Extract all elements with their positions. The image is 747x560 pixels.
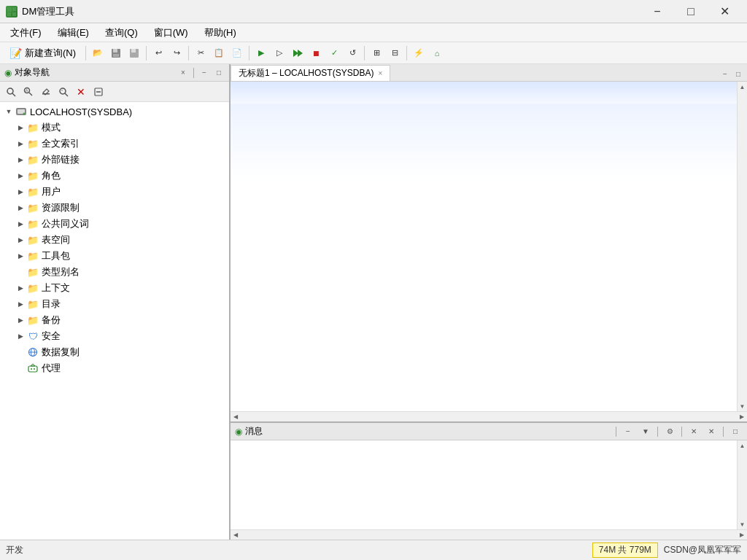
message-scrollbar-bottom[interactable]: ◀ ▶: [231, 529, 747, 540]
tree-item-tablespace[interactable]: ▶ 📁 表空间: [0, 232, 229, 248]
tree-item-catalog[interactable]: ▶ 📁 目录: [0, 296, 229, 312]
tree-item-backup[interactable]: ▶ 📁 备份: [0, 312, 229, 328]
nav-search-btn1[interactable]: [3, 84, 19, 100]
msg-btn4[interactable]: □: [728, 425, 743, 438]
root-chevron[interactable]: ▼: [3, 106, 15, 117]
menu-help[interactable]: 帮助(H): [197, 25, 244, 41]
roles-chevron[interactable]: ▶: [15, 170, 26, 182]
tree-item-resources[interactable]: ▶ 📁 资源限制: [0, 200, 229, 216]
toolbar-run-part[interactable]: ▷: [271, 44, 288, 62]
tree-item-fulltext[interactable]: ▶ 📁 全文索引: [0, 136, 229, 152]
close-button[interactable]: ✕: [708, 0, 741, 23]
maximize-button[interactable]: □: [674, 0, 708, 23]
editor-scrollbar-right[interactable]: ▲ ▼: [737, 82, 747, 411]
svg-rect-6: [113, 54, 119, 57]
message-scrollbar-right[interactable]: ▲ ▼: [737, 440, 747, 529]
tree-item-datarep[interactable]: ▶ 数据复制: [0, 344, 229, 360]
modes-chevron[interactable]: ▶: [15, 122, 26, 133]
tree-item-security[interactable]: ▶ 🛡 安全: [0, 328, 229, 344]
backup-chevron[interactable]: ▶: [15, 314, 26, 326]
external-chevron[interactable]: ▶: [15, 154, 26, 166]
minimize-button[interactable]: −: [640, 0, 674, 23]
msg-minimize-btn[interactable]: −: [621, 425, 635, 438]
msg-btn2[interactable]: ✕: [686, 425, 701, 438]
fulltext-chevron[interactable]: ▶: [15, 138, 26, 149]
editor-scroll-right[interactable]: ▶: [737, 412, 747, 422]
editor-scroll-down[interactable]: ▼: [738, 401, 748, 411]
nav-panel-close[interactable]: ×: [177, 67, 189, 79]
msg-btn1[interactable]: ⚙: [662, 425, 677, 438]
security-chevron[interactable]: ▶: [15, 330, 26, 342]
nav-collapse-btn[interactable]: [90, 84, 107, 100]
msg-btn3[interactable]: ✕: [704, 425, 719, 438]
context-chevron[interactable]: ▶: [15, 282, 26, 294]
toolbar-saveas[interactable]: [125, 44, 143, 62]
nav-find-btn[interactable]: *: [55, 84, 71, 100]
toolbar-save[interactable]: [107, 44, 125, 62]
menu-edit[interactable]: 编辑(E): [50, 25, 96, 41]
toolbar-run[interactable]: ▶: [252, 44, 270, 62]
toolbar-runall[interactable]: [289, 44, 306, 62]
tree-item-modes[interactable]: ▶ 📁 模式: [0, 120, 229, 136]
tree-item-users[interactable]: ▶ 📁 用户: [0, 184, 229, 200]
editor-content[interactable]: ▲ ▼: [231, 82, 747, 411]
toolbar-grid2[interactable]: ⊟: [386, 44, 403, 62]
toolbar-grid1[interactable]: ⊞: [368, 44, 385, 62]
menu-query[interactable]: 查询(Q): [98, 25, 145, 41]
editor-scroll-left[interactable]: ◀: [231, 412, 241, 422]
toolbar-stop[interactable]: ⏹: [307, 44, 325, 62]
catalog-chevron[interactable]: ▶: [15, 298, 26, 310]
packages-chevron[interactable]: ▶: [15, 250, 26, 262]
tree-item-roles[interactable]: ▶ 📁 角色: [0, 168, 229, 184]
toolbar-open[interactable]: 📂: [89, 44, 107, 62]
editor-scroll-up[interactable]: ▲: [738, 82, 748, 92]
nav-search-btn2[interactable]: A: [20, 84, 36, 100]
tablespace-chevron[interactable]: ▶: [15, 234, 26, 246]
tree-item-typealias[interactable]: ▶ 📁 类型别名: [0, 264, 229, 280]
menu-file[interactable]: 文件(F): [3, 25, 49, 41]
msg-scroll-up[interactable]: ▲: [738, 440, 748, 451]
msg-scroll-left[interactable]: ◀: [231, 530, 241, 540]
nav-maximize-button[interactable]: □: [213, 67, 225, 79]
message-panel-icon: ◉: [235, 427, 242, 437]
msg-scroll-right[interactable]: ▶: [737, 530, 747, 540]
svg-rect-1: [12, 7, 16, 11]
editor-tab-1-close[interactable]: ×: [378, 69, 382, 77]
toolbar-rollback[interactable]: ↺: [344, 44, 361, 62]
msg-dropdown-btn[interactable]: ▼: [638, 425, 653, 438]
tree-item-external[interactable]: ▶ 📁 外部链接: [0, 152, 229, 168]
toolbar-check[interactable]: ✓: [325, 44, 343, 62]
synonyms-chevron[interactable]: ▶: [15, 218, 26, 230]
editor-scrollbar-bottom[interactable]: ◀ ▶: [231, 411, 747, 421]
menu-window[interactable]: 窗口(W): [147, 25, 196, 41]
svg-marker-30: [31, 364, 35, 366]
toolbar-undo[interactable]: ↩: [150, 44, 167, 62]
new-query-button[interactable]: 📝 新建查询(N): [3, 44, 82, 62]
toolbar-special1[interactable]: ⚡: [410, 44, 427, 62]
msg-scroll-down[interactable]: ▼: [738, 519, 748, 529]
tree-item-agent[interactable]: ▶ 代理: [0, 360, 229, 376]
editor-tab-1[interactable]: 无标题1 – LOCALHOST(SYSDBA) ×: [231, 65, 390, 81]
toolbar-home[interactable]: ⌂: [428, 44, 446, 62]
nav-edit-btn[interactable]: [38, 84, 54, 100]
right-panel: 无标题1 – LOCALHOST(SYSDBA) × − □ ▲ ▼: [231, 64, 747, 540]
toolbar-copy[interactable]: 📋: [210, 44, 228, 62]
roles-folder-icon: 📁: [26, 170, 39, 182]
toolbar-cut[interactable]: ✂: [192, 44, 209, 62]
toolbar-redo[interactable]: ↪: [168, 44, 185, 62]
users-chevron[interactable]: ▶: [15, 186, 26, 198]
resources-chevron[interactable]: ▶: [15, 202, 26, 214]
tree-item-synonyms[interactable]: ▶ 📁 公共同义词: [0, 216, 229, 232]
nav-minimize-button[interactable]: −: [198, 67, 210, 79]
message-content[interactable]: ▲ ▼: [231, 440, 747, 529]
tree-label-tablespace: 表空间: [42, 233, 70, 246]
toolbar-paste[interactable]: 📄: [228, 44, 246, 62]
nav-expand-btn[interactable]: ✕: [73, 84, 89, 100]
editor-minimize-btn[interactable]: −: [719, 68, 731, 79]
app-title: DM管理工具: [22, 5, 74, 18]
tree-root[interactable]: ▼ LOCALHOST(SYSDBA): [0, 104, 229, 120]
status-bar: 开发 74M 共 779M CSDN@凤凰军军军: [0, 540, 747, 560]
editor-maximize-btn[interactable]: □: [732, 68, 744, 79]
tree-item-context[interactable]: ▶ 📁 上下文: [0, 280, 229, 296]
tree-item-packages[interactable]: ▶ 📁 工具包: [0, 248, 229, 264]
